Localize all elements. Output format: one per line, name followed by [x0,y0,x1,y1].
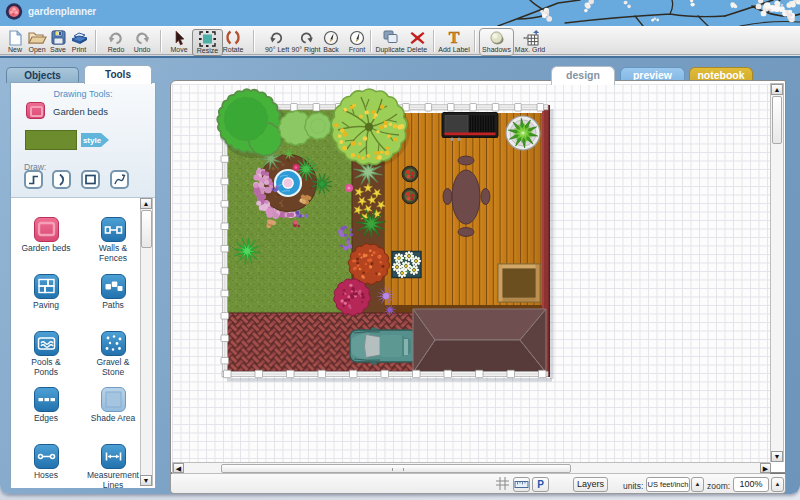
svg-text:style: style [83,136,102,145]
